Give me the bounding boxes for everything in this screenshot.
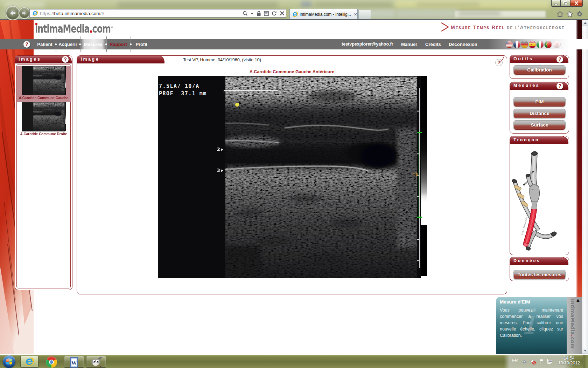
images-help-icon[interactable]: ? [62,56,69,63]
flag-germany[interactable] [521,41,528,48]
nav-link-credits[interactable]: Crédits [425,39,441,49]
nav-dot [105,43,107,45]
back-button[interactable] [7,7,19,19]
site-logo[interactable]: intimaMedia.com® [35,22,113,35]
nav-link-deconnexion[interactable]: Déconnexion [449,39,477,49]
address-bar[interactable]: https://beta.intimamedia.com/# [29,9,286,18]
back-arrow-icon [10,11,16,16]
nav-item-profil[interactable]: Profil [133,39,150,49]
calibration-button[interactable]: Calibration [513,65,566,75]
action-center-flag-icon[interactable] [539,359,545,364]
tab-title: IntimaMedia.com - Intellig... [300,12,351,17]
flag-spain[interactable] [529,41,536,48]
troncon-panel: Tronçon [510,136,569,255]
flag-italy[interactable] [537,41,544,48]
outils-panel-title: Outils [513,56,533,61]
donnees-panel-header: Données [510,257,569,265]
favorites-star-icon[interactable] [566,11,573,18]
clock[interactable]: 14:54 10/10/2012 [556,356,582,366]
notification-popup: i Mesure d'EIM Vous pouvez maintenant co… [496,297,582,354]
nav-link-manuel[interactable]: Manuel [401,39,417,49]
thumbnail-carotide-droite[interactable] [22,102,66,131]
maximize-button[interactable] [561,0,570,7]
donnees-panel: Données Toutes les mesures [510,257,569,281]
ie-icon [26,358,34,366]
flag-france[interactable] [513,41,520,48]
browser-tab[interactable]: IntimaMedia.com - Intellig... ✕ [289,9,358,19]
url-text: https://beta.intimamedia.com/# [40,11,104,16]
outils-panel-header: Outils ? [510,55,569,63]
browser-chrome: https://beta.intimamedia.com/# IntimaMed… [0,0,588,20]
search-icon[interactable] [243,11,248,16]
eim-button[interactable]: EIM [513,97,566,107]
us-scale-20: 20 [411,172,418,177]
network-icon[interactable] [547,359,553,364]
measurement-line-cap [417,217,422,218]
us-marker-3: 3 [217,168,223,173]
outils-panel: Outils ? Calibration [510,55,569,79]
scroll-up-button[interactable] [582,20,588,26]
ultrasound-image[interactable]: 7.5LA/ 10/A PROF 37.1 mm 2 3 20 [158,76,427,278]
user-email: testvpexplorer@yahoo.fr [342,39,393,49]
compatibility-view-icon[interactable] [264,11,269,16]
close-button[interactable] [570,0,583,7]
outils-help-icon[interactable]: ? [556,56,563,63]
forward-button[interactable] [20,8,29,18]
nav-item-acquerir[interactable]: Acquérir [57,39,79,49]
settings-gear-icon[interactable] [576,11,583,18]
panel-corner-decoration [499,55,507,63]
thumbnail-label[interactable]: A.Carotide Commune Gauche [15,96,72,100]
image-panel-header: Image [77,56,164,63]
distance-button[interactable]: Distance [513,109,566,118]
ie-favicon [32,11,38,16]
popup-text-line: Vous pouvez maintenant [500,307,563,313]
clock-time: 14:54 [556,356,582,361]
thumbnail-carotide-gauche[interactable] [22,66,66,95]
taskbar-ie-button[interactable] [20,356,38,368]
image-panel-title: Image [81,57,100,62]
minimize-button[interactable] [551,0,561,7]
scroll-down-button[interactable] [582,348,588,354]
show-desktop-button[interactable] [583,355,588,368]
image-panel: Image Test VP, Homme, 04/10/1960, (visit… [77,55,507,294]
nav-help-icon[interactable]: ? [23,41,30,48]
artery-diagram[interactable]: © 2011 IntimaMedia.com [510,144,568,254]
arch-branch-right [534,231,557,237]
search-dropdown-icon[interactable] [251,11,254,16]
mesures-help-icon[interactable]: ? [556,83,563,89]
scroll-up-icon [584,22,587,24]
taskbar-gimp-button[interactable] [86,356,106,368]
nav-item-patient[interactable]: Patient [35,39,55,49]
volume-muted-icon[interactable] [530,359,536,364]
language-indicator[interactable]: FR [512,358,518,363]
nav-item-mesures[interactable]: Mesures [82,39,105,49]
popup-close-icon[interactable]: ✖ [576,298,580,304]
new-tab-button[interactable] [358,10,371,19]
stop-icon[interactable] [280,11,285,16]
popup-text-line: nouvelle échelle, cliquez sur [500,326,563,332]
popup-text-line: mesures. Pour calibrer une [500,320,563,326]
tab-close-icon[interactable]: ✕ [354,12,357,17]
forward-arrow-icon [22,11,26,15]
scrollbar[interactable] [582,20,588,354]
svg-text:W: W [71,360,77,366]
gimp-icon [86,356,106,368]
nav-dot [130,43,132,45]
flag-portugal[interactable] [545,41,552,48]
tray-expand-icon[interactable] [523,360,527,363]
start-button[interactable] [3,355,15,368]
toutes-les-mesures-button[interactable]: Toutes les mesures [513,270,566,279]
nav-item-rapport[interactable]: Rapport [107,39,129,49]
measurement-line[interactable] [419,132,420,217]
refresh-icon[interactable] [272,11,277,16]
taskbar-chrome-button[interactable] [46,356,57,368]
flag-usa[interactable] [506,41,513,48]
home-icon[interactable] [556,11,564,18]
popup-text-line: commencer à réaliser vos [500,313,563,320]
taskbar-word-button[interactable]: W [64,356,84,368]
scroll-down-icon [584,350,587,352]
nav-dot [55,43,57,45]
ie-favicon [292,12,298,17]
surface-button[interactable]: Surface [513,120,566,130]
thumbnail-label[interactable]: A.Carotide Commune Droite [15,132,72,136]
